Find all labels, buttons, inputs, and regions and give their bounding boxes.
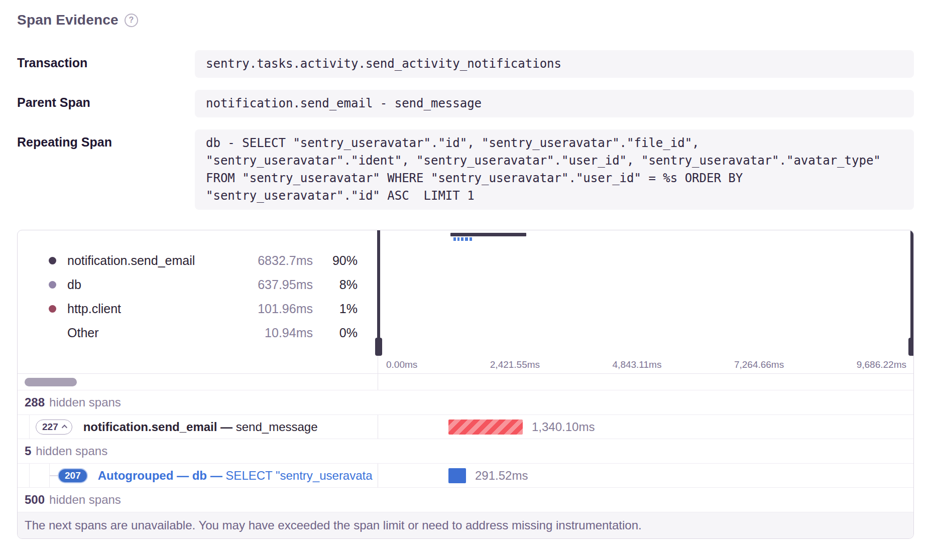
- span-row-send-email-group: 227 notification.send_email — send_messa…: [18, 415, 913, 439]
- ops-breakdown-legend: notification.send_email 6832.7ms 90% db …: [18, 230, 378, 356]
- help-icon[interactable]: ?: [125, 14, 138, 27]
- span-duration-bar-blue[interactable]: [448, 468, 466, 483]
- minimap-autogroup-mark: [453, 237, 456, 241]
- op-name: Other: [67, 326, 227, 340]
- minimap-autogroup-mark: [470, 237, 472, 241]
- minimap-left-handle[interactable]: [377, 230, 380, 356]
- minimap-span-bar: [450, 233, 526, 236]
- repeating-span-label: Repeating Span: [17, 129, 195, 210]
- separator-dash: —: [220, 420, 232, 434]
- minimap-autogroup-mark: [457, 237, 459, 241]
- axis-tick: 7,264.66ms: [734, 359, 784, 370]
- autogroup-badge[interactable]: 207: [58, 468, 88, 483]
- transaction-label: Transaction: [17, 50, 195, 78]
- autogroup-prefix: Autogrouped: [98, 469, 174, 482]
- axis-tick: 2,421.55ms: [490, 359, 540, 370]
- separator-dash: —: [210, 469, 222, 482]
- axis-left-spacer: [18, 356, 378, 373]
- horizontal-scrollbar-thumb[interactable]: [25, 378, 77, 386]
- axis-tick: 9,686.22ms: [857, 359, 906, 370]
- op-color-dot: [49, 257, 56, 264]
- span-description: send_message: [236, 420, 318, 434]
- minimap-autogroup-mark: [461, 237, 463, 241]
- op-color-dot: [49, 305, 56, 313]
- hidden-spans-row-above: 288 hidden spans: [18, 390, 913, 415]
- tree-indent-guide: [30, 464, 50, 487]
- op-duration: 101.96ms: [227, 302, 313, 316]
- hidden-spans-label: hidden spans: [49, 395, 121, 409]
- time-axis-ticks: 0.00ms 2,421.55ms 4,843.11ms 7,264.66ms …: [378, 356, 913, 373]
- span-group-badge[interactable]: 227: [36, 419, 72, 435]
- tree-indent-guide: [18, 415, 30, 439]
- transaction-value: sentry.tasks.activity.send_activity_noti…: [195, 50, 914, 78]
- axis-tick: 4,843.11ms: [613, 359, 662, 370]
- legend-row-other: Other 10.94ms 0%: [49, 321, 358, 345]
- legend-row-send-email: notification.send_email 6832.7ms 90%: [49, 248, 358, 272]
- breakdown-and-minimap: notification.send_email 6832.7ms 90% db …: [18, 230, 913, 356]
- op-duration: 6832.7ms: [227, 253, 313, 268]
- span-duration-label: 1,340.10ms: [532, 420, 595, 434]
- span-row-autogrouped-db: 207 Autogrouped — db — SELECT "sentry_us…: [18, 464, 913, 488]
- axis-tick: 0.00ms: [386, 359, 417, 370]
- span-limit-notice: The next spans are unavailable. You may …: [18, 512, 913, 538]
- legend-row-http-client: http.client 101.96ms 1%: [49, 297, 358, 321]
- span-row-duration-cell: 291.52ms: [378, 464, 913, 487]
- span-duration-label: 291.52ms: [475, 469, 528, 483]
- hidden-spans-count: 500: [25, 493, 45, 507]
- op-name: db: [67, 277, 227, 292]
- minimap-left-grip[interactable]: [375, 338, 382, 356]
- op-name: notification.send_email: [67, 253, 227, 268]
- span-op: notification.send_email: [83, 420, 217, 434]
- op-percent: 90%: [313, 253, 358, 268]
- time-axis: 0.00ms 2,421.55ms 4,843.11ms 7,264.66ms …: [18, 356, 913, 374]
- op-percent: 0%: [313, 326, 358, 340]
- trace-minimap[interactable]: [378, 230, 913, 356]
- section-header: Span Evidence ?: [17, 12, 914, 28]
- hidden-spans-label: hidden spans: [36, 444, 107, 458]
- op-name: http.client: [67, 302, 227, 316]
- span-op: db: [192, 469, 207, 482]
- parent-span-label: Parent Span: [17, 90, 195, 117]
- scrollbar-track: [18, 374, 378, 390]
- legend-row-db: db 637.95ms 8%: [49, 272, 358, 297]
- minimap-right-handle[interactable]: [910, 230, 913, 356]
- list-scrollbar-row: [18, 374, 913, 390]
- hidden-spans-label: hidden spans: [49, 493, 121, 507]
- op-duration: 637.95ms: [227, 277, 313, 292]
- minimap-autogroup-mark: [465, 237, 468, 241]
- op-duration: 10.94ms: [227, 326, 313, 340]
- hidden-spans-count: 5: [25, 444, 31, 458]
- span-row-description-cell: 207 Autogrouped — db — SELECT "sentry_us…: [18, 464, 378, 487]
- tree-connector-line: [50, 475, 58, 476]
- span-limit-notice-text: The next spans are unavailable. You may …: [25, 518, 642, 532]
- chevron-up-icon: [61, 425, 67, 430]
- hidden-spans-row-mid: 5 hidden spans: [18, 439, 913, 464]
- minimap-right-grip[interactable]: [908, 338, 914, 356]
- span-group-count: 227: [42, 422, 58, 433]
- evidence-table: Transaction sentry.tasks.activity.send_a…: [17, 50, 914, 210]
- span-duration-bar-striped[interactable]: [448, 419, 523, 435]
- op-percent: 8%: [313, 277, 358, 292]
- span-evidence-page: Span Evidence ? Transaction sentry.tasks…: [0, 0, 930, 210]
- op-color-dot: [49, 281, 56, 289]
- separator-dash: —: [177, 469, 189, 482]
- span-description: SELECT "sentry_useravata: [225, 469, 372, 482]
- span-tree-panel: notification.send_email 6832.7ms 90% db …: [17, 230, 914, 539]
- repeating-span-value: db - SELECT "sentry_useravatar"."id", "s…: [195, 129, 914, 210]
- hidden-spans-count: 288: [25, 395, 45, 409]
- page-title: Span Evidence: [17, 12, 119, 28]
- op-percent: 1%: [313, 302, 358, 316]
- span-row-duration-cell: 1,340.10ms: [378, 415, 913, 439]
- span-row-title: notification.send_email — send_message: [83, 420, 318, 434]
- span-row-description-cell: 227 notification.send_email — send_messa…: [18, 415, 378, 439]
- autogroup-link[interactable]: Autogrouped — db — SELECT "sentry_userav…: [98, 469, 373, 483]
- hidden-spans-row-below: 500 hidden spans: [18, 488, 913, 512]
- parent-span-value: notification.send_email - send_message: [195, 90, 914, 117]
- tree-indent-guide: [18, 464, 30, 487]
- autogroup-count: 207: [65, 470, 81, 481]
